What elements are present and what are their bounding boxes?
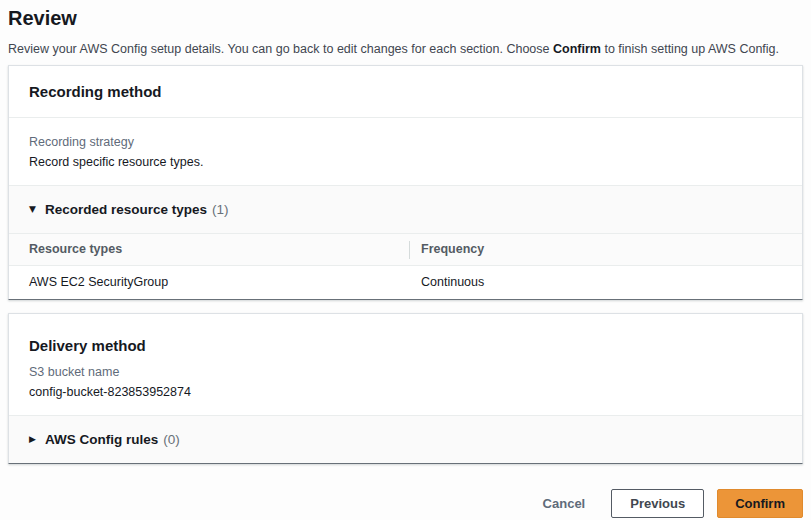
aws-config-rules-expander[interactable]: ▶ AWS Config rules (0) <box>9 415 802 463</box>
recording-method-card: Recording method Recording strategy Reco… <box>8 65 803 300</box>
delivery-method-header: Delivery method <box>29 336 782 355</box>
aws-config-rules-count: (0) <box>163 431 180 448</box>
delivery-method-card: Delivery method S3 bucket name config-bu… <box>8 313 803 464</box>
recording-method-header: Recording method <box>9 66 802 118</box>
page-subtitle: Review your AWS Config setup details. Yo… <box>8 42 803 57</box>
column-header-frequency-label: Frequency <box>421 242 484 256</box>
subtitle-text-suffix: to finish setting up AWS Config. <box>601 42 779 56</box>
recorded-resource-types-expander[interactable]: ▼ Recorded resource types (1) <box>9 185 802 233</box>
resource-types-table-header: Resource types Frequency <box>9 233 802 266</box>
footer-actions: Cancel Previous Confirm <box>8 489 803 518</box>
aws-config-rules-label: AWS Config rules <box>45 431 158 448</box>
triangle-right-icon: ▶ <box>29 431 36 448</box>
column-header-frequency: Frequency <box>409 242 802 257</box>
delivery-method-body: Delivery method S3 bucket name config-bu… <box>9 314 802 415</box>
review-page: Review Review your AWS Config setup deta… <box>0 0 811 520</box>
table-row: AWS EC2 SecurityGroup Continuous <box>9 266 802 299</box>
column-divider <box>409 241 410 259</box>
subtitle-text: Review your AWS Config setup details. Yo… <box>8 42 553 56</box>
cell-frequency: Continuous <box>409 275 802 290</box>
cell-resource-type: AWS EC2 SecurityGroup <box>9 275 409 290</box>
resource-types-table: Resource types Frequency AWS EC2 Securit… <box>9 233 802 299</box>
recording-strategy-label: Recording strategy <box>29 135 782 150</box>
subtitle-confirm-emphasis: Confirm <box>553 42 601 56</box>
recorded-resource-types-label: Recorded resource types <box>45 201 207 218</box>
recording-strategy-field: Recording strategy Record specific resou… <box>9 118 802 185</box>
s3-bucket-name-label: S3 bucket name <box>29 365 782 380</box>
cancel-button[interactable]: Cancel <box>541 490 588 517</box>
column-header-resource-types: Resource types <box>9 242 409 257</box>
recorded-resource-types-count: (1) <box>212 201 229 218</box>
page-title: Review <box>8 5 803 31</box>
confirm-button[interactable]: Confirm <box>717 489 803 518</box>
s3-bucket-name-value: config-bucket-823853952874 <box>29 385 782 400</box>
recording-strategy-value: Record specific resource types. <box>29 155 782 170</box>
previous-button[interactable]: Previous <box>611 489 704 518</box>
triangle-down-icon: ▼ <box>29 201 36 218</box>
